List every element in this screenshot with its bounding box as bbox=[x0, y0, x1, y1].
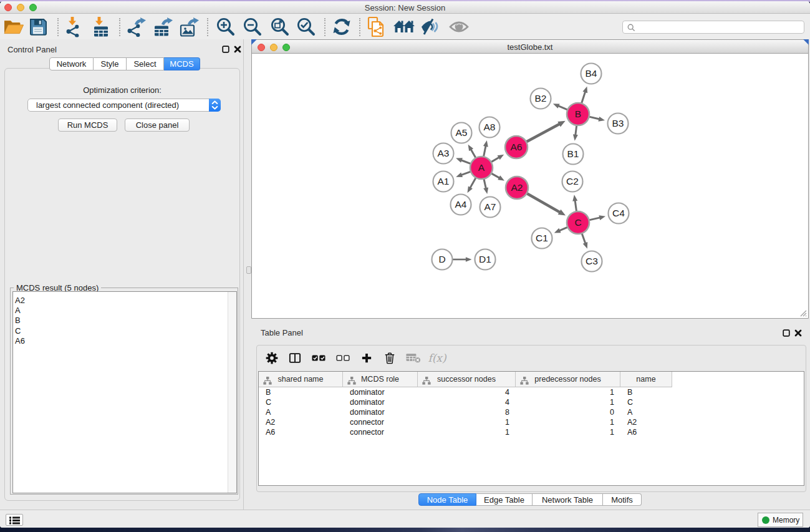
float-panel-icon[interactable] bbox=[222, 46, 229, 53]
mcds-result-item[interactable]: A bbox=[15, 306, 25, 316]
graph-node-A7[interactable]: A7 bbox=[480, 197, 501, 218]
delete-column-icon[interactable] bbox=[384, 352, 395, 364]
run-mcds-button[interactable]: Run MCDS bbox=[58, 118, 117, 132]
column-header-MCDS-role[interactable]: MCDS role bbox=[343, 372, 418, 387]
mcds-result-item[interactable]: A2 bbox=[15, 296, 25, 306]
svg-text:C4: C4 bbox=[612, 208, 625, 218]
select-all-columns-icon[interactable] bbox=[311, 352, 326, 365]
export-network-icon[interactable] bbox=[126, 16, 147, 37]
table-row[interactable]: Bdominator41B bbox=[259, 387, 804, 397]
window-resize-grip[interactable] bbox=[800, 310, 807, 317]
close-table-panel-icon[interactable] bbox=[794, 329, 802, 337]
svg-text:B2: B2 bbox=[535, 93, 547, 104]
zoom-in-icon[interactable] bbox=[216, 16, 236, 37]
copy-network-icon[interactable] bbox=[365, 16, 387, 37]
edge-A6-B[interactable] bbox=[525, 124, 559, 143]
hide-panels-button[interactable] bbox=[6, 514, 23, 526]
toggle-panes-icon[interactable] bbox=[289, 352, 301, 364]
graph-node-C4[interactable]: C4 bbox=[609, 203, 629, 224]
search-box[interactable] bbox=[622, 21, 804, 34]
zoom-out-icon[interactable] bbox=[243, 16, 263, 37]
table-tab-node-table[interactable]: Node Table bbox=[418, 493, 476, 506]
graph-node-A3[interactable]: A3 bbox=[433, 143, 454, 164]
export-table-icon[interactable] bbox=[153, 16, 174, 37]
mcds-result-list[interactable]: A2ABCA6 bbox=[12, 291, 237, 493]
function-builder-icon[interactable]: f(x) bbox=[428, 352, 446, 364]
open-session-icon[interactable] bbox=[2, 16, 24, 37]
table-row[interactable]: Adominator80A bbox=[259, 407, 804, 417]
result-list-scrollbar[interactable] bbox=[228, 292, 236, 493]
graph-node-A4[interactable]: A4 bbox=[451, 195, 471, 215]
graph-node-A2[interactable]: A2 bbox=[506, 177, 528, 199]
column-header-label: name bbox=[620, 375, 672, 384]
network-canvas[interactable]: B4 B2 B B3 A8 A5 A6 A3 B1 A A1 C2 A2 bbox=[252, 54, 808, 318]
column-header-shared-name[interactable]: shared name bbox=[259, 372, 343, 387]
cell-name: B bbox=[620, 387, 672, 397]
graph-node-A[interactable]: A bbox=[470, 157, 493, 179]
app-title: Session: New Session bbox=[0, 3, 810, 12]
zoom-selected-icon[interactable] bbox=[296, 16, 317, 37]
float-table-panel-icon[interactable] bbox=[783, 329, 790, 337]
svg-text:A5: A5 bbox=[456, 127, 468, 138]
cell-successor-nodes: 1 bbox=[418, 417, 516, 427]
table-tab-network-table[interactable]: Network Table bbox=[533, 493, 603, 506]
table-tab-edge-table[interactable]: Edge Table bbox=[476, 493, 533, 506]
save-session-icon[interactable] bbox=[27, 16, 49, 37]
add-column-icon[interactable] bbox=[361, 352, 373, 364]
graph-node-B1[interactable]: B1 bbox=[563, 144, 584, 165]
graph-node-B2[interactable]: B2 bbox=[531, 89, 551, 109]
graph-node-C1[interactable]: C1 bbox=[532, 228, 552, 249]
hide-eye-icon[interactable] bbox=[420, 18, 441, 36]
vertical-splitter-handle[interactable] bbox=[246, 266, 251, 274]
graph-node-D[interactable]: D bbox=[432, 249, 453, 270]
delete-table-icon[interactable] bbox=[406, 352, 422, 364]
cell-predecessor-nodes: 1 bbox=[516, 427, 620, 437]
focus-corner-left-icon bbox=[251, 39, 257, 45]
svg-text:A3: A3 bbox=[438, 148, 450, 158]
graph-node-A1[interactable]: A1 bbox=[433, 172, 454, 192]
column-header-name[interactable]: name bbox=[620, 372, 672, 387]
close-panel-icon[interactable] bbox=[234, 46, 241, 53]
table-row[interactable]: A2connector11A2 bbox=[259, 417, 804, 427]
mcds-result-item[interactable]: B bbox=[15, 316, 25, 326]
graph-node-B4[interactable]: B4 bbox=[581, 64, 602, 84]
graph-node-A8[interactable]: A8 bbox=[480, 117, 500, 138]
column-header-predecessor-nodes[interactable]: predecessor nodes bbox=[516, 372, 620, 387]
edge-A2-C[interactable] bbox=[526, 193, 560, 212]
graph-node-C2[interactable]: C2 bbox=[562, 172, 583, 192]
graph-node-A6[interactable]: A6 bbox=[505, 136, 528, 158]
table-settings-icon[interactable] bbox=[266, 352, 278, 364]
control-tab-mcds[interactable]: MCDS bbox=[164, 57, 200, 70]
graph-node-B[interactable]: B bbox=[567, 103, 589, 125]
close-panel-button[interactable]: Close panel bbox=[125, 118, 190, 132]
table-tab-motifs[interactable]: Motifs bbox=[603, 493, 642, 506]
mcds-result-item[interactable]: A6 bbox=[15, 336, 25, 346]
graph-node-C3[interactable]: C3 bbox=[582, 251, 602, 272]
mcds-result-item[interactable]: C bbox=[15, 326, 25, 336]
graph-node-C[interactable]: C bbox=[567, 211, 589, 234]
home-icon[interactable] bbox=[393, 17, 415, 36]
zoom-fit-icon[interactable] bbox=[270, 16, 291, 37]
unselect-all-columns-icon[interactable] bbox=[335, 352, 350, 365]
edge-arrow-icon bbox=[466, 257, 472, 262]
search-input[interactable] bbox=[637, 22, 801, 32]
graph-node-B3[interactable]: B3 bbox=[608, 114, 629, 134]
search-icon bbox=[627, 24, 635, 32]
control-tab-select[interactable]: Select bbox=[127, 57, 164, 70]
criterion-dropdown[interactable]: largest connected component (directed) bbox=[27, 99, 221, 112]
import-network-icon[interactable] bbox=[64, 16, 84, 37]
graph-node-D1[interactable]: D1 bbox=[475, 249, 496, 270]
table-row[interactable]: A6connector11A6 bbox=[259, 427, 804, 437]
edge-arrow-icon bbox=[467, 186, 472, 193]
table-row[interactable]: Cdominator41C bbox=[259, 397, 804, 407]
column-header-successor-nodes[interactable]: successor nodes bbox=[418, 372, 516, 387]
svg-text:D1: D1 bbox=[479, 254, 491, 264]
control-tab-style[interactable]: Style bbox=[94, 57, 127, 70]
graph-node-A5[interactable]: A5 bbox=[451, 123, 472, 143]
control-tab-network[interactable]: Network bbox=[49, 57, 94, 70]
memory-button[interactable]: Memory bbox=[758, 513, 803, 527]
show-eye-icon[interactable] bbox=[448, 19, 470, 34]
export-image-icon[interactable] bbox=[179, 16, 200, 37]
import-table-icon[interactable] bbox=[91, 16, 111, 37]
refresh-icon[interactable] bbox=[332, 17, 351, 36]
